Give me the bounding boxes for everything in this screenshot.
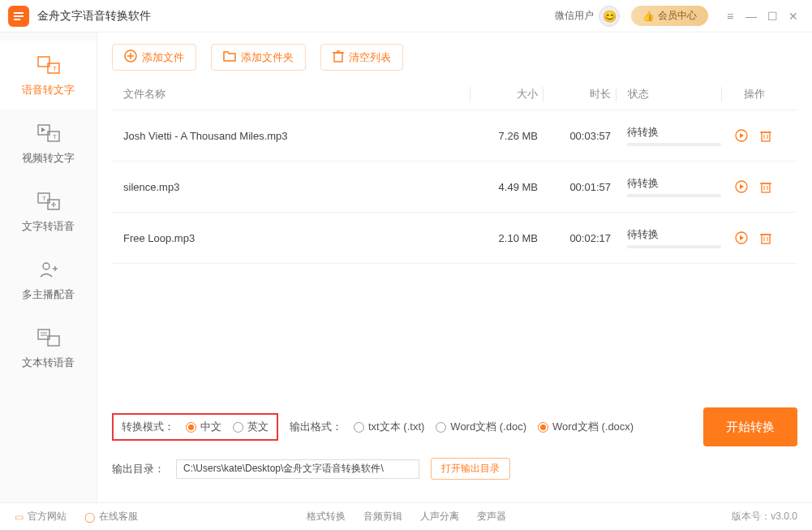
- plus-circle-icon: [124, 50, 137, 65]
- mode-box: 转换模式： 中文 英文: [112, 413, 278, 441]
- footer-link-format[interactable]: 格式转换: [307, 510, 346, 524]
- sidebar-item-label: 文字转语音: [22, 219, 75, 234]
- status-text: 待转换: [627, 176, 721, 191]
- svg-text:T: T: [53, 65, 57, 72]
- table-row: silence.mp3 4.49 MB 00:01:57 待转换: [112, 162, 797, 213]
- sidebar-item-textfile-to-audio[interactable]: 文本转语音: [0, 313, 97, 381]
- radio-label: txt文本 (.txt): [368, 420, 424, 434]
- cell-status: 待转换: [616, 125, 721, 146]
- radio-format-txt[interactable]: txt文本 (.txt): [354, 420, 424, 434]
- multi-voice-icon: [37, 260, 60, 279]
- vip-label: 会员中心: [658, 9, 697, 23]
- link-label: 官方网站: [28, 510, 67, 524]
- text-to-audio-icon: T: [37, 192, 60, 211]
- svg-text:T: T: [53, 133, 57, 140]
- sidebar-item-video-to-text[interactable]: T 视频转文字: [0, 109, 97, 177]
- table-row: Free Loop.mp3 2.10 MB 00:02:17 待转换: [112, 213, 797, 264]
- footer-link-vocalsep[interactable]: 人声分离: [420, 510, 459, 524]
- maximize-icon[interactable]: ☐: [762, 6, 783, 27]
- col-duration: 时长: [543, 87, 616, 101]
- audio-to-text-icon: T: [37, 55, 60, 75]
- sidebar-item-text-to-audio[interactable]: T 文字转语音: [0, 177, 97, 245]
- radio-format-doc[interactable]: Word文档 (.doc): [436, 420, 526, 434]
- radio-mode-cn[interactable]: 中文: [186, 420, 221, 434]
- sidebar-item-label: 语音转文字: [22, 83, 75, 97]
- options-row-1: 转换模式： 中文 英文 输出格式： txt文本 (.txt) Word文档 (.…: [112, 407, 797, 446]
- cell-duration: 00:03:57: [543, 130, 616, 142]
- svg-marker-27: [740, 133, 744, 138]
- svg-rect-0: [14, 12, 24, 14]
- status-text: 待转换: [627, 125, 721, 140]
- footer-link-voicechange[interactable]: 变声器: [477, 510, 506, 524]
- radio-mode-en[interactable]: 英文: [233, 420, 269, 434]
- headset-icon: ◯: [84, 511, 95, 523]
- add-folder-label: 添加文件夹: [241, 50, 294, 65]
- footer: ▭ 官方网站 ◯ 在线客服 格式转换 音频剪辑 人声分离 变声器 版本号：v3.…: [0, 502, 812, 530]
- svg-rect-28: [762, 132, 770, 141]
- col-status: 状态: [616, 87, 721, 101]
- table-header: 文件名称 大小 时长 状态 操作: [112, 79, 797, 110]
- play-icon[interactable]: [734, 128, 749, 143]
- main: T 语音转文字 T 视频转文字 T 文字转语音 多主播配音 文本转语音 添加文件: [0, 32, 812, 502]
- options-row-2: 输出目录： 打开输出目录: [112, 458, 797, 480]
- folder-icon: [223, 50, 236, 64]
- play-icon[interactable]: [734, 231, 749, 245]
- vip-button[interactable]: 👍 会员中心: [631, 6, 708, 26]
- svg-marker-7: [41, 127, 45, 132]
- svg-rect-2: [14, 19, 20, 20]
- cell-status: 待转换: [616, 227, 721, 248]
- play-icon[interactable]: [734, 179, 749, 194]
- cell-name: silence.mp3: [123, 181, 470, 193]
- mode-label: 转换模式：: [122, 420, 174, 434]
- clear-list-button[interactable]: 清空列表: [320, 44, 403, 71]
- start-button[interactable]: 开始转换: [703, 407, 797, 446]
- svg-text:T: T: [42, 195, 46, 202]
- col-ops: 操作: [721, 87, 786, 101]
- col-name: 文件名称: [123, 87, 470, 101]
- add-file-label: 添加文件: [142, 50, 184, 65]
- svg-rect-1: [14, 15, 24, 17]
- radio-format-docx[interactable]: Word文档 (.docx): [538, 420, 634, 434]
- footer-link-audioedit[interactable]: 音频剪辑: [363, 510, 402, 524]
- radio-label: 中文: [200, 420, 221, 434]
- format-label: 输出格式：: [290, 420, 342, 434]
- toolbar: 添加文件 添加文件夹 清空列表: [112, 44, 797, 71]
- clear-list-label: 清空列表: [349, 50, 391, 65]
- svg-rect-23: [334, 53, 342, 62]
- cell-duration: 00:01:57: [543, 181, 616, 193]
- svg-marker-33: [740, 184, 744, 189]
- output-dir-label: 输出目录：: [112, 462, 165, 476]
- sidebar-item-label: 文本转语音: [22, 355, 75, 370]
- svg-marker-39: [740, 235, 744, 240]
- sidebar-item-label: 视频转文字: [22, 151, 75, 166]
- sidebar-item-multi-voice[interactable]: 多主播配音: [0, 245, 97, 313]
- footer-mid: 格式转换 音频剪辑 人声分离 变声器: [307, 510, 506, 524]
- minimize-icon[interactable]: —: [741, 6, 762, 27]
- delete-icon[interactable]: [758, 179, 773, 194]
- textfile-to-audio-icon: [37, 328, 60, 347]
- avatar[interactable]: 😊: [599, 6, 620, 27]
- delete-icon[interactable]: [758, 231, 773, 245]
- svg-rect-34: [762, 183, 770, 192]
- output-dir-input[interactable]: [176, 459, 419, 479]
- progress-bar: [627, 143, 721, 146]
- official-site-link[interactable]: ▭ 官方网站: [15, 510, 67, 524]
- cell-duration: 00:02:17: [543, 232, 616, 244]
- video-to-text-icon: T: [37, 123, 60, 143]
- progress-bar: [627, 245, 721, 248]
- sidebar-item-label: 多主播配音: [22, 287, 75, 302]
- close-icon[interactable]: ✕: [783, 6, 804, 27]
- radio-label: Word文档 (.docx): [552, 420, 634, 434]
- support-link[interactable]: ◯ 在线客服: [84, 510, 138, 524]
- sidebar-item-audio-to-text[interactable]: T 语音转文字: [0, 41, 97, 109]
- svg-point-13: [43, 263, 49, 269]
- app-logo-icon: [8, 6, 29, 27]
- add-file-button[interactable]: 添加文件: [112, 44, 196, 71]
- delete-icon[interactable]: [758, 128, 773, 143]
- add-folder-button[interactable]: 添加文件夹: [211, 44, 306, 71]
- open-dir-button[interactable]: 打开输出目录: [431, 458, 510, 480]
- options-panel: 转换模式： 中文 英文 输出格式： txt文本 (.txt) Word文档 (.…: [112, 399, 797, 502]
- radio-label: 英文: [247, 420, 269, 434]
- menu-icon[interactable]: ≡: [720, 6, 741, 27]
- progress-bar: [627, 194, 721, 197]
